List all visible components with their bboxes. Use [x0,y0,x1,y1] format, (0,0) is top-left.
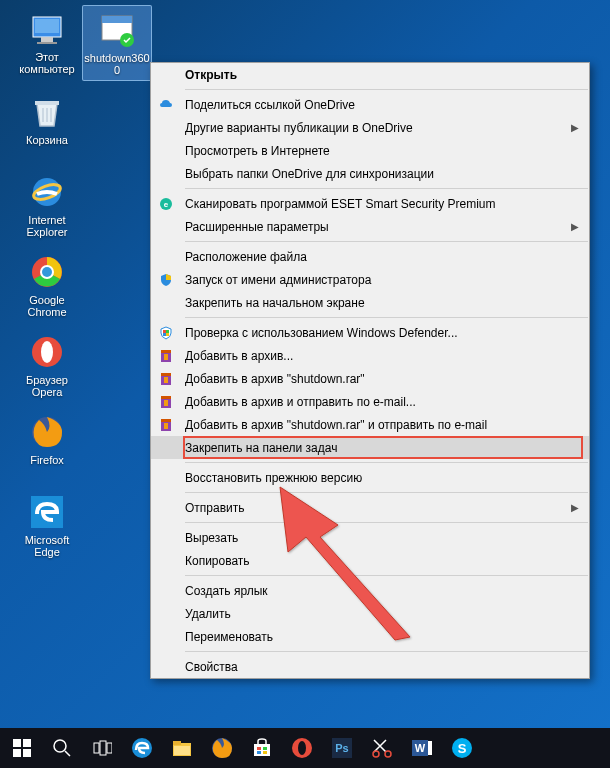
svg-rect-46 [107,743,112,753]
menu-divider [185,462,588,463]
menu-divider [185,188,588,189]
svg-point-58 [298,741,306,755]
taskbar: Ps W S [0,728,610,768]
svg-point-61 [373,751,379,757]
taskbar-word[interactable]: W [402,728,442,768]
chevron-right-icon: ▶ [571,122,579,133]
svg-rect-45 [100,741,106,755]
desktop-icon-ie[interactable]: InternetExplorer [12,168,82,242]
shield-icon [151,272,181,288]
desktop-icon-label: БраузерOpera [26,374,68,398]
taskbar-snipping[interactable] [362,728,402,768]
desktop-icon-edge[interactable]: MicrosoftEdge [12,488,82,562]
svg-text:S: S [458,741,467,756]
menu-item-onedrive-share[interactable]: Поделиться ссылкой OneDrive [151,93,589,116]
taskbar-skype[interactable]: S [442,728,482,768]
menu-item-archive-and-email[interactable]: Добавить в архив и отправить по e-mail..… [151,390,589,413]
menu-item-advanced-params[interactable]: Расширенные параметры▶ [151,215,589,238]
taskbar-firefox[interactable] [202,728,242,768]
menu-item-defender-scan[interactable]: Проверка с использованием Windows Defend… [151,321,589,344]
menu-item-add-to-archive[interactable]: Добавить в архив... [151,344,589,367]
menu-item-restore-previous[interactable]: Восстановить прежнюю версию [151,466,589,489]
search-button[interactable] [42,728,82,768]
svg-rect-54 [263,747,267,750]
menu-item-add-to-shutdown-rar[interactable]: Добавить в архив "shutdown.rar" [151,367,589,390]
menu-item-run-as-admin[interactable]: Запуск от имени администратора [151,268,589,291]
start-button[interactable] [2,728,42,768]
menu-divider [185,651,588,652]
desktop-icon-label: MicrosoftEdge [25,534,70,558]
taskbar-explorer[interactable] [162,728,202,768]
svg-rect-39 [23,739,31,747]
desktop[interactable]: Этоткомпьютер shutdown3600 Корзина Inter… [0,0,610,728]
menu-item-delete[interactable]: Удалить [151,602,589,625]
svg-rect-52 [254,744,270,756]
menu-item-rename[interactable]: Переименовать [151,625,589,648]
menu-item-create-shortcut[interactable]: Создать ярлык [151,579,589,602]
desktop-icon-label: InternetExplorer [27,214,68,238]
svg-rect-50 [174,746,190,755]
svg-rect-5 [102,16,132,23]
desktop-icon-firefox[interactable]: Firefox [12,408,82,470]
cloud-icon [151,97,181,113]
svg-point-17 [41,341,53,363]
menu-divider [185,317,588,318]
menu-item-send-to[interactable]: Отправить▶ [151,496,589,519]
taskbar-store[interactable] [242,728,282,768]
menu-divider [185,492,588,493]
svg-rect-65 [428,741,432,755]
chevron-right-icon: ▶ [571,502,579,513]
svg-rect-30 [161,373,171,376]
menu-divider [185,575,588,576]
menu-item-eset-scan[interactable]: eСканировать программой ESET Smart Secur… [151,192,589,215]
chevron-right-icon: ▶ [571,221,579,232]
ie-icon [27,172,67,212]
opera-icon [27,332,67,372]
svg-rect-55 [257,751,261,754]
desktop-icon-label: Firefox [30,454,64,466]
menu-item-onedrive-other[interactable]: Другие варианты публикации в OneDrive▶ [151,116,589,139]
menu-item-open[interactable]: Открыть [151,63,589,86]
menu-item-file-location[interactable]: Расположение файла [151,245,589,268]
desktop-icon-label: Этоткомпьютер [19,51,74,75]
desktop-icon-chrome[interactable]: GoogleChrome [12,248,82,322]
svg-rect-28 [164,354,168,360]
svg-rect-56 [263,751,267,754]
desktop-icon-this-pc[interactable]: Этоткомпьютер [12,5,82,79]
svg-rect-7 [35,101,59,105]
rar-icon [151,394,181,410]
context-menu: Открыть Поделиться ссылкой OneDrive Друг… [150,62,590,679]
recycle-bin-icon [27,92,67,132]
taskbar-opera[interactable] [282,728,322,768]
menu-item-shutdown-rar-email[interactable]: Добавить в архив "shutdown.rar" и отправ… [151,413,589,436]
menu-divider [185,241,588,242]
svg-rect-49 [173,741,181,745]
svg-rect-1 [35,19,59,33]
edge-icon [27,492,67,532]
firefox-icon [27,412,67,452]
rar-icon [151,348,181,364]
menu-item-pin-to-taskbar[interactable]: Закрепить на панели задач [151,436,589,459]
eset-icon: e [151,196,181,212]
menu-item-onedrive-sync-folders[interactable]: Выбрать папки OneDrive для синхронизации [151,162,589,185]
menu-item-cut[interactable]: Вырезать [151,526,589,549]
chrome-icon [27,252,67,292]
taskbar-edge[interactable] [122,728,162,768]
svg-rect-41 [23,749,31,757]
menu-divider [185,522,588,523]
menu-item-pin-to-start[interactable]: Закрепить на начальном экране [151,291,589,314]
svg-rect-25 [166,333,169,336]
menu-item-copy[interactable]: Копировать [151,549,589,572]
menu-item-properties[interactable]: Свойства [151,655,589,678]
desktop-icon-label: GoogleChrome [27,294,66,318]
desktop-icon-recycle-bin[interactable]: Корзина [12,88,82,150]
taskview-button[interactable] [82,728,122,768]
desktop-icon-shutdown3600[interactable]: shutdown3600 [82,5,152,81]
defender-icon [151,325,181,341]
svg-rect-44 [94,743,99,753]
menu-item-view-online[interactable]: Просмотреть в Интернете [151,139,589,162]
taskbar-photoshop[interactable]: Ps [322,728,362,768]
desktop-icon-opera[interactable]: БраузерOpera [12,328,82,402]
svg-rect-27 [161,350,171,353]
svg-point-15 [42,267,52,277]
